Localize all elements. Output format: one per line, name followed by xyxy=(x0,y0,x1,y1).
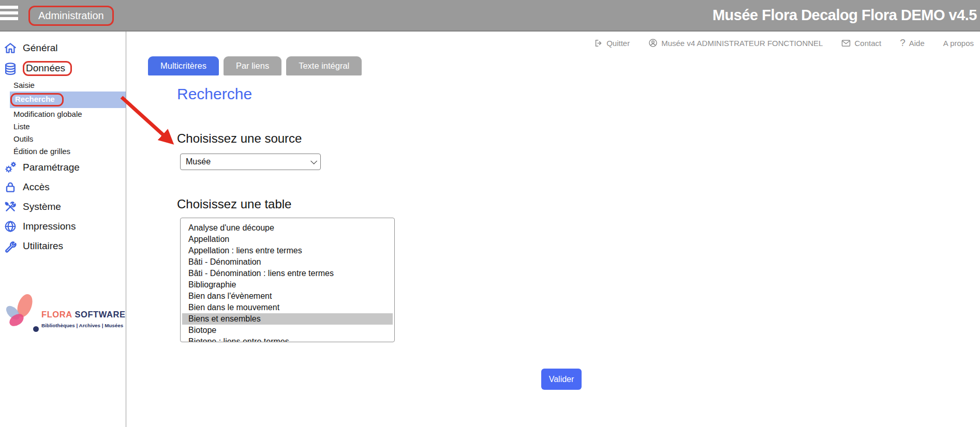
sidebar-subitem-saisie[interactable]: Saisie xyxy=(0,79,126,91)
about-label: A propos xyxy=(943,39,974,48)
help-link[interactable]: ? Aide xyxy=(900,37,925,49)
flora-admin-screen: Administration Musée Flora Decalog Flora… xyxy=(0,0,980,427)
sidebar-item-label: Accès xyxy=(23,181,50,193)
sidebar-item-general[interactable]: Général xyxy=(0,38,126,58)
sidebar-subitem-modification-globale[interactable]: Modification globale xyxy=(0,108,126,120)
sidebar-item-label: Paramétrage xyxy=(23,162,80,173)
top-bar: Administration Musée Flora Decalog Flora… xyxy=(0,0,980,32)
logo-brand-secondary: SOFTWARE xyxy=(75,310,125,319)
source-select[interactable]: Musée xyxy=(180,154,321,170)
sidebar-item-label: Général xyxy=(23,42,58,54)
table-option[interactable]: Biotope : liens entre termes xyxy=(182,336,393,342)
gears-icon xyxy=(4,161,17,174)
sidebar-subitem-edition-de-grilles[interactable]: Édition de grilles xyxy=(0,145,126,158)
sidebar-subitem-label: Recherche xyxy=(15,95,55,103)
valider-button[interactable]: Valider xyxy=(541,369,582,390)
about-link[interactable]: A propos xyxy=(943,39,974,48)
sidebar-item-acces[interactable]: Accès xyxy=(0,177,126,197)
contact-link[interactable]: Contact xyxy=(841,39,881,48)
tab-texte-integral[interactable]: Texte intégral xyxy=(286,56,362,75)
module-title-annotated: Administration xyxy=(28,6,114,26)
sidebar-item-donnees[interactable]: Données xyxy=(0,58,126,79)
logout-icon xyxy=(594,39,603,48)
sidebar-item-label: Utilitaires xyxy=(23,240,63,252)
tab-par-liens[interactable]: Par liens xyxy=(224,56,281,75)
wrench-icon xyxy=(4,239,17,253)
page-title: Recherche xyxy=(177,85,252,103)
source-field-label: Choisissez une source xyxy=(177,131,302,146)
user-label: Musée v4 ADMINISTRATEUR FONCTIONNEL xyxy=(661,39,823,48)
logo-dot xyxy=(33,326,39,332)
logo-tagline: Bibliothèques | Archives | Musées xyxy=(41,323,126,328)
table-option[interactable]: Biotope xyxy=(182,325,393,336)
sidebar-item-label: Données xyxy=(26,63,65,73)
sidebar-item-label: Impressions xyxy=(23,221,76,232)
sidebar-item-label: Système xyxy=(23,201,61,212)
tools-icon xyxy=(4,200,17,213)
quit-label: Quitter xyxy=(606,39,630,48)
search-tabs: Multicritères Par liens Texte intégral xyxy=(148,56,362,75)
help-label: Aide xyxy=(909,39,925,48)
envelope-icon xyxy=(841,39,851,47)
table-option[interactable]: Bâti - Dénomination : liens entre termes xyxy=(182,268,393,279)
tab-multicriteres[interactable]: Multicritères xyxy=(148,56,219,75)
header-links: Quitter Musée v4 ADMINISTRATEUR FONCTION… xyxy=(126,33,980,53)
sidebar-item-parametrage[interactable]: Paramétrage xyxy=(0,158,126,177)
sidebar-subitem-liste[interactable]: Liste xyxy=(0,120,126,133)
database-icon xyxy=(4,62,17,75)
home-icon xyxy=(4,41,17,55)
question-mark-icon: ? xyxy=(900,37,905,49)
sidebar-subitem-label-annotated: Recherche xyxy=(10,93,64,106)
sidebar-subitem-recherche-selected[interactable]: Recherche xyxy=(10,91,126,108)
table-option[interactable]: Appellation : liens entre termes xyxy=(182,245,393,256)
user-account[interactable]: Musée v4 ADMINISTRATEUR FONCTIONNEL xyxy=(648,38,823,48)
table-option[interactable]: Bien dans l'évènement xyxy=(182,291,393,302)
flora-software-logo: FLORA SOFTWARE Bibliothèques | Archives … xyxy=(3,290,126,347)
source-select-value: Musée xyxy=(186,157,211,166)
sidebar-item-utilitaires[interactable]: Utilitaires xyxy=(0,236,126,256)
sidebar-item-impressions[interactable]: Impressions xyxy=(0,217,126,236)
app-title: Musée Flora Decalog Flora DEMO v4.5 xyxy=(712,7,977,24)
table-option[interactable]: Appellation xyxy=(182,234,393,245)
sidebar-nav: Général Données Saisie Recherche Modific… xyxy=(0,32,126,427)
table-field-label: Choisissez une table xyxy=(177,197,291,211)
table-listbox[interactable]: Analyse d'une découpe Appellation Appell… xyxy=(180,218,395,342)
hamburger-menu-icon[interactable] xyxy=(0,6,23,26)
chevron-down-icon xyxy=(310,158,317,164)
sidebar-item-label-annotated: Données xyxy=(23,61,72,76)
user-icon xyxy=(648,38,658,48)
table-option-selected[interactable]: Biens et ensembles xyxy=(182,313,393,325)
sidebar-subitem-outils[interactable]: Outils xyxy=(0,133,126,145)
logo-text: FLORA SOFTWARE Bibliothèques | Archives … xyxy=(41,310,126,328)
logo-brand-primary: FLORA xyxy=(41,310,72,319)
module-title: Administration xyxy=(38,10,104,22)
lock-icon xyxy=(4,180,17,194)
globe-icon xyxy=(4,220,17,233)
table-option[interactable]: Analyse d'une découpe xyxy=(182,222,393,234)
quit-link[interactable]: Quitter xyxy=(594,39,630,48)
table-option[interactable]: Bibliographie xyxy=(182,279,393,291)
contact-label: Contact xyxy=(854,39,881,48)
table-option[interactable]: Bâti - Dénomination xyxy=(182,256,393,268)
table-option[interactable]: Bien dans le mouvement xyxy=(182,302,393,313)
sidebar-item-systeme[interactable]: Système xyxy=(0,197,126,217)
